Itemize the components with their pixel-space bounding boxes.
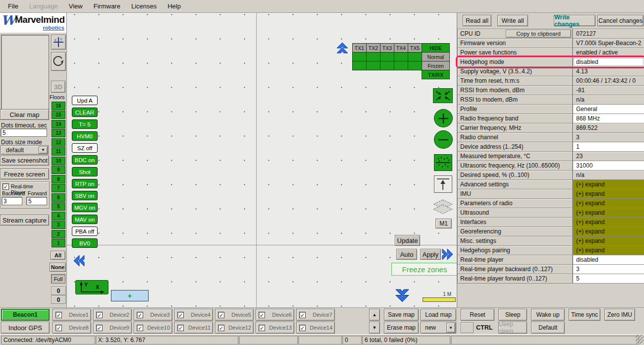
zoom-out-button[interactable] — [434, 130, 453, 149]
tx-header-tx3[interactable]: TX3 — [380, 43, 394, 53]
device-button-device14[interactable]: Device14✓ — [296, 322, 335, 334]
counter-top-field[interactable]: 0 — [51, 287, 66, 295]
map-select[interactable]: new ▼ — [421, 322, 456, 334]
tx-cell-frozen-1[interactable] — [352, 61, 367, 70]
zoom-in-button[interactable] — [434, 109, 453, 127]
property-value[interactable]: (+) expand — [573, 179, 644, 189]
map-button-rtp-on[interactable]: RTP on — [72, 179, 98, 188]
copy-to-clipboard-button[interactable]: Copy to clipboard — [506, 30, 571, 38]
cancel-changes-button[interactable]: Cancel changes — [597, 15, 644, 26]
map-button-clear[interactable]: CLEAR — [72, 108, 98, 117]
floor-button-7[interactable]: 7 — [52, 184, 65, 192]
tx-header-tx5[interactable]: TX5 — [408, 43, 422, 53]
save-map-button[interactable]: Save map — [384, 309, 419, 321]
tab-beacon1[interactable]: Beacon1 — [1, 309, 50, 321]
device-checkbox-device10[interactable]: ✓ — [137, 325, 143, 331]
map-button-pba-off[interactable]: PBA off — [72, 227, 98, 236]
chevron-right-double-icon[interactable] — [442, 248, 455, 261]
device-button-device5[interactable]: Device5✓ — [215, 309, 254, 321]
tx-hide-button[interactable]: HIDE — [422, 43, 450, 53]
tx-cell-frozen-2[interactable] — [366, 61, 380, 70]
load-map-button[interactable]: Load map — [421, 309, 456, 321]
chevron-down-double-icon[interactable] — [395, 288, 410, 304]
map-button-bdc-on[interactable]: BDC on — [72, 155, 98, 165]
floor-button-10[interactable]: 10 — [52, 157, 65, 165]
property-value[interactable]: (+) expand — [573, 245, 644, 255]
device-checkbox-device7[interactable]: ✓ — [299, 312, 306, 318]
upload-position-button[interactable] — [434, 175, 452, 193]
device-button-device11[interactable]: Device11✓ — [174, 322, 213, 334]
stream-capture-button[interactable]: Stream capture — [0, 215, 49, 226]
device-checkbox-device9[interactable]: ✓ — [96, 325, 103, 331]
sleep-button[interactable]: Sleep — [498, 309, 527, 321]
dots-size-dropdown-arrow-icon[interactable]: ▼ — [39, 146, 48, 154]
device-checkbox-device2[interactable]: ✓ — [96, 312, 103, 318]
dots-timeout-input[interactable]: 5 — [0, 128, 47, 137]
menu-item-file[interactable]: File — [3, 1, 23, 11]
floor-button-5[interactable]: 5 — [52, 202, 65, 211]
floor-button-2[interactable]: 2 — [52, 230, 65, 238]
device-checkbox-device5[interactable]: ✓ — [218, 312, 224, 318]
tx-txrx-button[interactable]: TX/RX — [422, 70, 450, 79]
tx-cell-normal-1[interactable] — [352, 52, 367, 61]
floors-all-button[interactable]: All — [51, 251, 65, 260]
fit-to-view-button[interactable] — [433, 88, 453, 103]
tx-cell-normal-2[interactable] — [366, 52, 380, 61]
freeze-zones-button[interactable]: Freeze zones — [391, 263, 458, 276]
device-scroll-up-button[interactable]: ▲ — [369, 309, 380, 321]
forward-input[interactable]: 5 — [26, 197, 47, 205]
device-checkbox-device1[interactable]: ✓ — [55, 312, 62, 318]
device-checkbox-device13[interactable]: ✓ — [259, 325, 265, 331]
resize-grip-icon[interactable] — [636, 335, 644, 344]
tx-cell-normal-4[interactable] — [394, 52, 408, 61]
tx-cell-frozen-3[interactable] — [380, 61, 394, 70]
property-value[interactable]: (+) expand — [573, 208, 644, 218]
menu-item-help[interactable]: Help — [162, 1, 186, 11]
property-value[interactable]: (+) expand — [573, 198, 644, 208]
tx-header-tx1[interactable]: TX1 — [352, 43, 367, 53]
device-button-device13[interactable]: Device13✓ — [256, 322, 294, 334]
floor-button-1[interactable]: 1 — [52, 239, 65, 247]
property-value[interactable]: 31000 — [573, 161, 644, 171]
floor-button-12[interactable]: 12 — [52, 138, 65, 147]
property-value[interactable]: disabled — [573, 255, 644, 265]
floor-button-14[interactable]: 14 — [52, 120, 65, 128]
device-button-device12[interactable]: Device12✓ — [215, 322, 254, 334]
map-select-dropdown-arrow-icon[interactable]: ▼ — [446, 323, 455, 333]
menu-item-firmware[interactable]: Firmware — [89, 1, 125, 11]
device-button-device7[interactable]: Device7✓ — [296, 309, 335, 321]
floor-button-9[interactable]: 9 — [52, 166, 65, 174]
floors-full-button[interactable]: Full — [51, 274, 65, 284]
device-button-device2[interactable]: Device2✓ — [93, 309, 132, 321]
map-button-mav-on[interactable]: MAV on — [72, 215, 98, 224]
chevron-left-double-icon[interactable] — [72, 254, 85, 267]
default-button[interactable]: Default — [531, 322, 565, 334]
property-value[interactable]: disabled — [573, 57, 644, 67]
apply-button[interactable]: Apply — [420, 249, 441, 260]
property-value[interactable]: (+) expand — [573, 189, 644, 199]
zero-imu-button[interactable]: Zero IMU — [604, 309, 635, 321]
property-value[interactable]: 868 MHz — [573, 114, 644, 123]
deep-sleep-button[interactable]: Deep sleep — [498, 322, 527, 334]
device-button-device1[interactable]: Device1✓ — [53, 309, 91, 321]
axes-orientation-button[interactable]: Y X — [75, 280, 108, 294]
map-area[interactable]: TX1TX2TX3TX4TX5HIDENormalFrozenTX/RX Upd… — [67, 13, 457, 307]
axes-tool-button[interactable]: x Y — [51, 35, 66, 50]
device-button-device9[interactable]: Device9✓ — [93, 322, 132, 334]
map-button-upd-a[interactable]: Upd A — [72, 96, 98, 105]
rotate-tool-button[interactable] — [51, 52, 66, 71]
floor-button-16[interactable]: 16 — [52, 102, 65, 110]
tab-indoor-gps[interactable]: Indoor GPS — [1, 322, 50, 334]
tx-cell-frozen-5[interactable] — [408, 61, 422, 70]
map-button-shot[interactable]: Shot — [72, 167, 98, 176]
update-button[interactable]: Update — [395, 235, 420, 246]
floor-button-3[interactable]: 3 — [52, 221, 65, 229]
dots-display-button[interactable] — [434, 154, 452, 171]
counter-bottom-field[interactable]: 0 — [51, 295, 66, 304]
reset-button[interactable]: Reset — [461, 309, 494, 321]
map-button-sbv-on[interactable]: SBV on — [72, 191, 98, 200]
floor-button-6[interactable]: 6 — [52, 193, 65, 202]
time-sync-button[interactable]: Time sync — [569, 309, 600, 321]
m1-button[interactable]: M1 — [435, 219, 452, 229]
tx-mode-frozen[interactable]: Frozen — [422, 61, 450, 70]
